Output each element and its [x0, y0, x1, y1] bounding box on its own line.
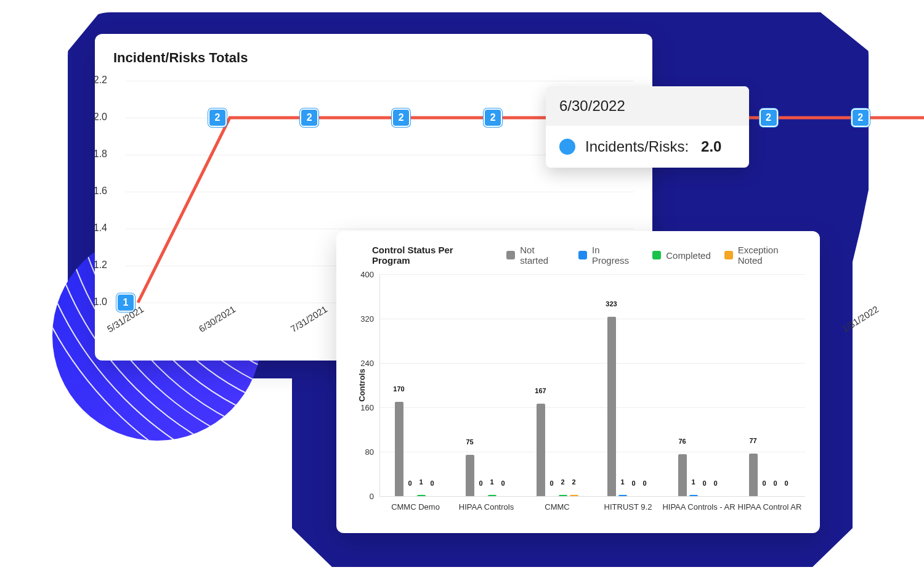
bar-value-label: 323: [606, 300, 617, 308]
bar[interactable]: [607, 317, 616, 496]
bar-value-label: 0: [784, 479, 788, 487]
y-tick-label: 1.6: [94, 186, 107, 197]
y-tick-label: 160: [360, 403, 374, 412]
legend-label: Completed: [666, 250, 711, 261]
data-point[interactable]: 2: [484, 108, 502, 127]
data-point[interactable]: 2: [208, 108, 227, 127]
y-tick-label: 1.0: [94, 296, 107, 308]
dashboard-stage: Incident/Risks Totals 1.01.21.41.61.82.0…: [0, 0, 924, 583]
legend-swatch: [652, 251, 661, 259]
bar-value-label: 0: [713, 479, 717, 487]
y-tick-label: 1.2: [94, 259, 107, 271]
bar-value-label: 2: [572, 478, 575, 486]
control-status-card: Control Status Per Program Not started I…: [336, 231, 820, 533]
bar-value-label: 0: [479, 479, 482, 487]
x-tick-label: CMMC Demo: [391, 496, 440, 512]
bar-value-label: 1: [691, 478, 695, 486]
bar-group: 75010HIPAA Controls: [451, 274, 522, 496]
x-tick-label: HIPAA Control AR: [738, 496, 802, 512]
y-tick-label: 0: [370, 492, 374, 501]
bar-value-label: 0: [773, 479, 777, 487]
bar-value-label: 167: [535, 387, 546, 394]
y-tick-label: 240: [360, 359, 374, 368]
legend-swatch: [506, 251, 515, 259]
bar-value-label: 0: [408, 479, 411, 487]
legend-exception[interactable]: Exception Noted: [724, 245, 805, 266]
legend-completed[interactable]: Completed: [652, 250, 711, 261]
bar-value-label: 1: [419, 478, 423, 486]
bar-value-label: 76: [678, 438, 686, 445]
data-point[interactable]: 2: [300, 108, 318, 127]
tooltip-date: 6/30/2022: [546, 86, 749, 126]
chart-title: Incident/Risks Totals: [95, 34, 652, 66]
y-tick-label: 400: [360, 270, 374, 279]
tooltip-series-label: Incidents/Risks:: [585, 138, 689, 155]
bar-value-label: 1: [620, 478, 624, 486]
x-tick-label: 6/30/2021: [197, 304, 238, 335]
y-tick-label: 2.2: [94, 75, 107, 86]
data-point[interactable]: 2: [851, 108, 870, 127]
bar[interactable]: [570, 495, 578, 496]
legend-not-started[interactable]: Not started: [506, 245, 565, 266]
bar-value-label: 0: [430, 479, 434, 487]
bar[interactable]: [395, 402, 403, 496]
bar[interactable]: [466, 455, 474, 497]
chart-tooltip: 6/30/2022 Incidents/Risks: 2.0: [546, 86, 749, 168]
bar-value-label: 0: [549, 479, 553, 487]
bar-value-label: 77: [749, 437, 756, 444]
y-axis-label: Controls: [357, 369, 367, 401]
tooltip-series-dot: [559, 139, 575, 155]
bar[interactable]: [537, 404, 545, 496]
legend-label: Exception Noted: [738, 245, 805, 266]
y-tick-label: 2.0: [94, 112, 107, 123]
legend-label: Not started: [520, 245, 565, 266]
data-point[interactable]: 2: [760, 108, 778, 127]
legend-swatch: [724, 251, 733, 259]
legend-label: In Progress: [592, 245, 639, 266]
legend-swatch: [578, 251, 587, 259]
y-tick-label: 1.4: [94, 222, 107, 234]
x-tick-label: CMMC: [545, 496, 569, 512]
bar[interactable]: [749, 454, 758, 496]
bar-value-label: 0: [501, 479, 505, 487]
bar[interactable]: [678, 454, 687, 496]
x-tick-label: HIPAA Controls: [459, 496, 514, 512]
bar-chart-header: Control Status Per Program Not started I…: [336, 231, 820, 266]
bar-value-label: 0: [702, 479, 706, 487]
bar-value-label: 0: [642, 479, 646, 487]
bar-value-label: 0: [762, 479, 766, 487]
bar-value-label: 0: [631, 479, 635, 487]
x-tick-label: HIPAA Controls - AR: [662, 496, 735, 512]
y-tick-label: 1.8: [94, 149, 107, 160]
bar-group: 77000HIPAA Control AR: [734, 274, 805, 496]
bar-group: 323100HITRUST 9.2: [593, 274, 663, 496]
data-point[interactable]: 2: [392, 108, 410, 127]
bar-value-label: 1: [490, 478, 493, 486]
chart-title: Control Status Per Program: [372, 245, 493, 266]
bar-group: 170010CMMC Demo: [380, 274, 451, 496]
bar-value-label: 75: [466, 438, 473, 446]
tooltip-series-value: 2.0: [701, 138, 721, 155]
y-tick-label: 320: [360, 314, 374, 324]
legend-in-progress[interactable]: In Progress: [578, 245, 639, 266]
bar-value-label: 2: [561, 478, 564, 486]
bar-chart-plot[interactable]: Controls 080160240320400170010CMMC Demo7…: [379, 274, 805, 497]
bar-group: 167022CMMC: [522, 274, 593, 496]
y-tick-label: 80: [365, 447, 374, 457]
bar-group: 76100HIPAA Controls - AR: [663, 274, 734, 496]
x-tick-label: HITRUST 9.2: [604, 496, 652, 512]
x-tick-label: 7/31/2021: [289, 304, 330, 335]
bar-value-label: 170: [393, 385, 404, 393]
